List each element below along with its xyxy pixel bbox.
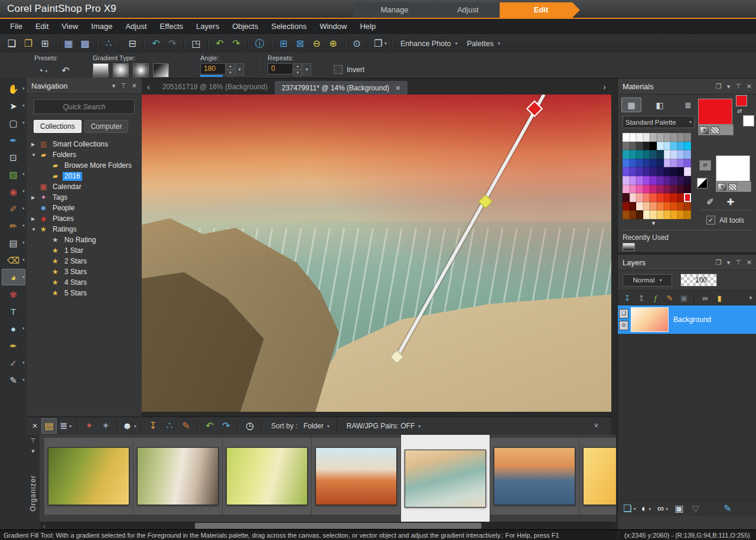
gradient-radial-button[interactable] (113, 63, 129, 77)
repeats-dropdown-button[interactable]: ▾ (302, 63, 311, 76)
chevron-down-icon[interactable]: ▾ (634, 506, 636, 512)
scrollbar-thumb[interactable] (195, 523, 481, 529)
redo-history-button[interactable]: ↷ (165, 36, 180, 51)
menu-layers[interactable]: Layers (190, 19, 226, 34)
color-swatch[interactable] (650, 167, 657, 176)
chevron-down-icon[interactable]: ▾ (31, 447, 35, 455)
tree-item-places[interactable]: ▶◈Places (27, 213, 142, 224)
workspace-tab-adjust[interactable]: Adjust (426, 2, 507, 18)
remove-tag-button[interactable]: ✦ (82, 418, 97, 434)
calendar-button[interactable]: ◷ (242, 418, 258, 434)
organizer-redo-button[interactable]: ↷ (219, 418, 234, 434)
chevron-down-icon[interactable]: ▾ (22, 103, 25, 108)
thumbnail-boat-harbor[interactable] (490, 438, 579, 515)
chevron-right-icon[interactable]: ▶ (31, 195, 38, 200)
color-swatch[interactable] (664, 176, 671, 185)
color-swatch[interactable] (684, 210, 691, 219)
tree-item-ratings[interactable]: ▼★Ratings (27, 224, 142, 235)
color-swatch[interactable] (664, 167, 671, 176)
color-swatch[interactable] (623, 176, 630, 185)
chevron-down-icon[interactable]: ▾ (727, 259, 731, 266)
angle-dropdown-button[interactable]: ▾ (235, 63, 244, 76)
highlight-edited-areas-button[interactable]: ✎ (720, 501, 735, 516)
color-swatch[interactable] (643, 185, 650, 194)
menu-help[interactable]: Help (353, 19, 382, 34)
color-swatch[interactable] (630, 142, 637, 151)
image-information-button[interactable]: ⓘ (252, 36, 268, 51)
thumbnail-view-button[interactable]: ▤ (41, 418, 57, 434)
spin-down-icon[interactable]: ▼ (226, 70, 234, 76)
chevron-down-icon[interactable]: ▾ (22, 121, 25, 125)
presets-dropdown-button[interactable]: ◔▾ (35, 63, 50, 79)
makeover-tool[interactable]: ✐▾ (2, 200, 25, 217)
paste-button[interactable]: ❐▾ (373, 36, 388, 51)
color-swatch[interactable] (643, 159, 650, 168)
organizer-undo-button[interactable]: ↶ (202, 418, 217, 434)
picture-tube-tool[interactable]: ✾ (2, 286, 25, 302)
delete-layer-button[interactable]: ▽ (688, 501, 703, 516)
thumbnail-savanna-tree[interactable] (312, 438, 400, 515)
menu-objects[interactable]: Objects (226, 19, 265, 34)
close-icon[interactable]: ✕ (395, 82, 400, 95)
color-swatch[interactable] (650, 202, 657, 211)
palettes-dropdown[interactable]: Palettes ▾ (462, 36, 505, 51)
all-tools-option[interactable]: ✓ All tools (706, 216, 744, 225)
crop-tool[interactable]: ⊡ (2, 149, 25, 165)
document-tab[interactable]: 205161718 @ 16% (Background) (155, 80, 275, 93)
merge-group-button[interactable]: ↥ (635, 292, 648, 304)
menu-file[interactable]: File (4, 19, 29, 34)
collapse-organizer-icon[interactable]: ˅ (594, 422, 598, 430)
spin-down-icon[interactable]: ▼ (294, 70, 302, 76)
spin-up-icon[interactable]: ▲ (226, 63, 234, 70)
chevron-down-icon[interactable]: ▾ (22, 206, 25, 211)
color-swatch[interactable] (636, 185, 643, 194)
menu-edit[interactable]: Edit (29, 19, 55, 34)
color-swatch[interactable] (670, 167, 677, 176)
tree-item-tags[interactable]: ▶✦Tags (27, 192, 142, 203)
close-icon[interactable]: ✕ (29, 422, 41, 430)
color-swatch[interactable] (643, 142, 650, 151)
color-swatch[interactable] (630, 193, 637, 202)
chevron-down-icon[interactable]: ▾ (22, 326, 25, 331)
color-swatch[interactable] (664, 193, 671, 202)
color-swatch[interactable] (657, 193, 664, 202)
merge-down-button[interactable]: ↧ (621, 292, 634, 304)
people-button[interactable]: ☻▾ (122, 418, 137, 434)
color-swatch[interactable] (623, 159, 630, 168)
close-icon[interactable]: ✕ (747, 83, 752, 90)
color-swatch[interactable] (677, 133, 685, 142)
import-button[interactable]: ↧ (145, 418, 161, 434)
chevron-right-icon[interactable]: › (598, 82, 611, 92)
pin-icon[interactable]: ⊤ (120, 82, 126, 90)
flood-fill-tool[interactable]: ◕▾ (2, 269, 25, 285)
undo-history-button[interactable]: ↶ (148, 36, 164, 51)
color-swatch[interactable] (677, 159, 685, 168)
nav-tab-collections[interactable]: Collections (34, 120, 82, 133)
color-swatch[interactable] (677, 202, 685, 211)
color-swatch[interactable] (677, 142, 685, 151)
dropper-tool[interactable]: ✒ (2, 132, 25, 148)
color-swatch[interactable] (670, 142, 677, 151)
expand-swatches-icon[interactable]: ▼ (651, 220, 656, 226)
layer-page-icon[interactable]: ❏ (619, 309, 628, 318)
tree-item-1-star[interactable]: ★1 Star (27, 245, 142, 256)
pin-icon[interactable]: ⊤ (735, 83, 741, 90)
color-swatch[interactable] (664, 210, 671, 219)
color-swatch[interactable] (684, 142, 691, 151)
tree-item-no-rating[interactable]: ★No Rating (27, 235, 142, 245)
color-swatch[interactable] (623, 210, 630, 219)
more-options-icon[interactable]: ▾ (749, 295, 754, 301)
color-swatch[interactable] (643, 133, 650, 142)
color-swatch[interactable] (657, 150, 664, 159)
color-swatch[interactable] (636, 150, 643, 159)
color-swatch[interactable] (684, 159, 691, 168)
redo-button[interactable]: ↷ (229, 36, 244, 51)
color-swatch[interactable] (650, 193, 657, 202)
chevron-down-icon[interactable]: ▾ (22, 172, 25, 177)
chevron-right-icon[interactable]: ▶ (31, 142, 38, 147)
color-swatch[interactable] (650, 150, 657, 159)
color-swatch[interactable] (636, 133, 643, 142)
new-mask-layer-button[interactable]: ∞▾ (655, 501, 670, 516)
color-swatch[interactable] (650, 185, 657, 194)
chevron-down-icon[interactable]: ▾ (22, 240, 25, 245)
